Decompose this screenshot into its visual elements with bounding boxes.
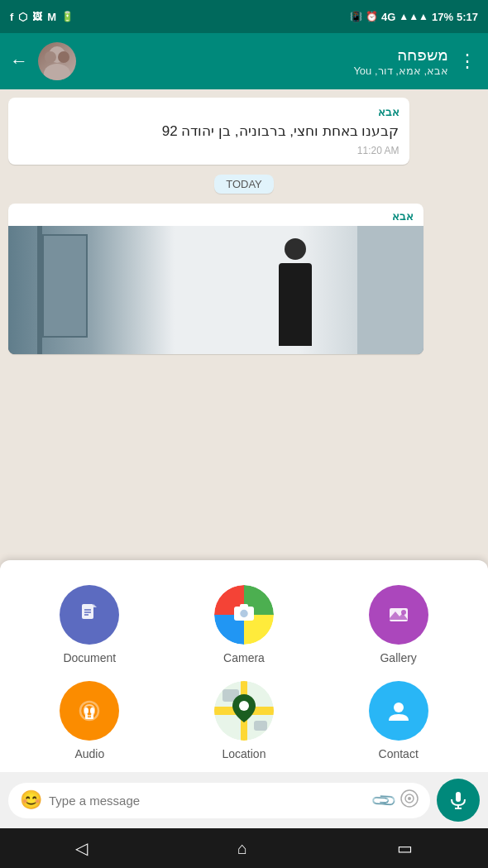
signal-bars-icon: ▲▲▲ bbox=[399, 11, 428, 22]
menu-button[interactable]: ⋮ bbox=[458, 50, 478, 72]
svg-point-17 bbox=[90, 707, 94, 714]
facebook-icon: f bbox=[10, 11, 13, 23]
message-bubble: אבא קבענו באחת וחצי, ברבוניה, בן יהודה 9… bbox=[8, 98, 409, 165]
photo-message-bubble[interactable]: אבא bbox=[8, 204, 423, 354]
document-label: Document bbox=[63, 651, 116, 664]
image-icon: 🖼 bbox=[32, 11, 42, 22]
back-button[interactable]: ← bbox=[10, 50, 28, 72]
camera-label: Camera bbox=[223, 651, 265, 664]
attach-location[interactable]: Location bbox=[171, 681, 318, 760]
gmail-icon: M bbox=[47, 11, 56, 23]
document-icon-circle bbox=[60, 585, 119, 645]
location-icon-circle bbox=[214, 681, 274, 741]
date-badge: TODAY bbox=[214, 175, 274, 194]
svg-point-22 bbox=[394, 703, 404, 712]
nav-home-button[interactable]: ⌂ bbox=[237, 839, 247, 858]
avatar-image bbox=[38, 42, 76, 80]
message-text: קבענו באחת וחצי, ברבוניה, בן יהודה 92 bbox=[18, 122, 399, 141]
camera-icon-circle bbox=[214, 585, 274, 645]
attachments-grid: Document Camera bbox=[17, 585, 471, 760]
attachment-panel: Document Camera bbox=[0, 560, 488, 777]
camera-icon bbox=[231, 599, 257, 631]
svg-point-21 bbox=[239, 701, 249, 711]
svg-rect-4 bbox=[82, 604, 93, 619]
camera-button[interactable] bbox=[400, 789, 419, 812]
svg-marker-5 bbox=[93, 604, 97, 607]
android-icon: ⬡ bbox=[18, 11, 27, 23]
svg-point-16 bbox=[84, 707, 89, 714]
chat-messages: אבא קבענו באחת וחצי, ברבוניה, בן יהודה 9… bbox=[0, 89, 488, 369]
svg-point-3 bbox=[58, 51, 69, 63]
nav-recent-button[interactable]: ▭ bbox=[397, 838, 413, 858]
attach-audio[interactable]: Audio bbox=[17, 681, 163, 760]
attach-contact[interactable]: Contact bbox=[325, 681, 471, 760]
attach-camera[interactable]: Camera bbox=[171, 585, 318, 664]
svg-rect-11 bbox=[240, 604, 248, 608]
time-display: 5:17 bbox=[457, 11, 478, 23]
attach-gallery[interactable]: Gallery bbox=[325, 585, 471, 664]
svg-point-1 bbox=[44, 64, 70, 80]
location-label: Location bbox=[222, 747, 266, 760]
emoji-button[interactable]: 😊 bbox=[20, 789, 42, 811]
audio-label: Audio bbox=[74, 747, 104, 760]
svg-point-14 bbox=[401, 610, 406, 615]
svg-point-2 bbox=[45, 51, 56, 63]
signal-label: 4G bbox=[381, 11, 395, 23]
audio-icon-circle bbox=[60, 681, 119, 741]
header-info: משפחה אבא, אמא, דור, You bbox=[86, 46, 448, 77]
message-sender: אבא bbox=[18, 106, 399, 118]
group-avatar[interactable] bbox=[38, 42, 76, 80]
message-input-wrapper: 😊 📎 bbox=[8, 783, 430, 818]
alarm-icon: ⏰ bbox=[366, 11, 378, 22]
svg-rect-26 bbox=[456, 792, 461, 802]
contact-label: Contact bbox=[379, 747, 419, 760]
gallery-icon-circle bbox=[369, 585, 428, 645]
status-right-icons: 📳 ⏰ 4G ▲▲▲ 17% 5:17 bbox=[350, 11, 478, 23]
vibrate-icon: 📳 bbox=[350, 11, 362, 22]
person-in-photo bbox=[266, 238, 324, 354]
svg-point-25 bbox=[408, 797, 411, 800]
attach-button[interactable]: 📎 bbox=[369, 786, 398, 815]
location-pin-icon bbox=[232, 694, 256, 728]
group-name: משפחה bbox=[86, 46, 448, 65]
group-members: אבא, אמא, דור, You bbox=[86, 65, 448, 77]
photo-message-sender: אבא bbox=[8, 204, 423, 226]
chat-area: אבא קבענו באחת וחצי, ברבוניה, בן יהודה 9… bbox=[0, 89, 488, 553]
svg-point-10 bbox=[239, 609, 248, 618]
contact-icon-circle bbox=[369, 681, 428, 741]
status-bar: f ⬡ 🖼 M 🔋 📳 ⏰ 4G ▲▲▲ 17% 5:17 bbox=[0, 0, 488, 33]
chat-header: ← משפחה אבא, אמא, דור, You ⋮ bbox=[0, 33, 488, 89]
photo-message-image bbox=[8, 226, 423, 354]
message-input[interactable] bbox=[49, 794, 366, 808]
attach-document[interactable]: Document bbox=[17, 585, 163, 664]
navigation-bar: ◁ ⌂ ▭ bbox=[0, 828, 488, 868]
gallery-label: Gallery bbox=[380, 651, 416, 664]
message-time: 11:20 AM bbox=[18, 145, 399, 156]
input-bar: 😊 📎 bbox=[0, 772, 488, 828]
nav-back-button[interactable]: ◁ bbox=[75, 838, 88, 858]
mic-button[interactable] bbox=[437, 779, 480, 822]
svg-rect-20 bbox=[85, 717, 93, 719]
status-left-icons: f ⬡ 🖼 M 🔋 bbox=[10, 11, 74, 23]
date-divider: TODAY bbox=[8, 175, 480, 194]
battery-notification-icon: 🔋 bbox=[61, 11, 74, 22]
battery-label: 17% bbox=[432, 11, 453, 23]
